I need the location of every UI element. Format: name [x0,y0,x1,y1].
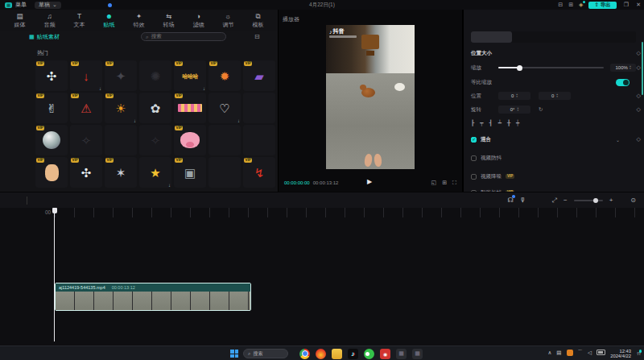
mic-icon[interactable]: 🎙 [520,197,526,204]
sticker-metal-star[interactable]: VIP ✶ [105,157,137,188]
tab-filter[interactable]: ◑ 滤镜 [184,10,213,31]
panel-collapse-icon[interactable]: ⊟ [254,33,260,40]
tray-chevron-icon[interactable]: ∧ [548,350,552,356]
timeline[interactable]: 00 aj1124419-544135.mp4 00:00:13:12 [0,208,644,346]
timeline-ruler[interactable] [55,208,644,217]
sticker-empty[interactable] [208,125,241,155]
taskbar-search-input[interactable]: ⌕ 搜索 [243,349,288,358]
align-center-h-icon[interactable]: ╂ [507,120,510,126]
stepper-icon[interactable]: ▴▾ [517,107,518,112]
rotate-90-icon[interactable]: ↻ [539,106,543,113]
taskbar-red-app-icon[interactable]: ◉ [380,349,390,359]
tab-audio[interactable]: ♫ 音频 [35,10,64,31]
timeline-zoom-slider[interactable] [574,200,603,201]
align-left-icon[interactable]: ┠ [471,120,474,126]
tray-orange-app-icon[interactable] [567,350,573,356]
wifi-icon[interactable]: ⌒ [578,349,584,356]
align-center-v-icon[interactable]: ┿ [516,120,519,126]
stepper-icon[interactable]: ▴▾ [516,93,518,98]
tab-template[interactable]: ⧉ 模板 [243,10,273,31]
timeline-settings-icon[interactable]: ⊙ [630,197,636,204]
voiceover-icon[interactable]: ☊ [507,197,513,204]
panel-layout-icon[interactable]: ⊞ [568,2,573,8]
sticker-category-hot[interactable]: 热门 [37,49,48,57]
zoom-in-icon[interactable]: + [609,197,613,204]
play-button[interactable]: ▶ [367,178,372,185]
denoise-checkbox[interactable] [471,174,477,180]
subtab-mask[interactable] [554,31,595,43]
sticker-dim-1[interactable]: ✧ [70,125,102,155]
sticker-search-input[interactable]: ⌕ 搜索 [141,32,226,41]
sticker-empty[interactable] [208,157,241,188]
tab-text[interactable]: T 文本 [64,10,94,31]
member-icon[interactable]: ◈ [579,2,583,8]
sticker-red-arrow[interactable]: VIP ↓ ↓ [70,60,102,91]
sticker-dark[interactable]: ✺ [139,60,171,91]
taskbar-fire-app-icon[interactable] [316,349,326,359]
subtab-basic[interactable] [471,31,512,43]
taskbar-app-7-icon[interactable]: ▦ [396,349,407,359]
subtab-background[interactable] [595,31,636,43]
collapse-section-icon[interactable]: ⌄ [616,137,620,143]
notification-bell-icon[interactable]: ⍾ [637,350,641,357]
sticker-tv[interactable]: VIP ▣ [174,157,206,188]
taskbar-app-8-icon[interactable]: ▦ [412,349,423,359]
video-canvas[interactable]: ♪ 抖音 [326,25,415,169]
taskbar-chrome-icon[interactable] [299,349,310,359]
sticker-gold-star[interactable]: ★ ↓ [139,157,171,188]
draft-dropdown[interactable]: 草稿 ⌄ [35,2,61,9]
stepper-icon[interactable]: ▴▾ [556,93,558,98]
sticker-empty[interactable] [243,93,275,123]
tray-app-icon[interactable]: ▤ [556,350,561,356]
sticker-dim-2[interactable]: ✧ [139,125,171,155]
sticker-empty[interactable] [243,125,275,155]
sticker-empty[interactable] [105,125,137,155]
battery-icon[interactable] [597,350,605,355]
sticker-heart[interactable]: ♡ ↓ [208,93,241,123]
sticker-purple-banner[interactable]: VIP ▰ [243,60,275,91]
scale-slider[interactable] [498,67,604,68]
split-screen-icon[interactable]: ⊞ [442,180,447,186]
sticker-warning[interactable]: VIP ⚠ [70,93,102,123]
keyframe-icon[interactable]: ◇ [637,50,641,56]
ratio-icon[interactable]: ◱ [431,180,437,186]
align-top-icon[interactable]: ┯ [480,120,483,126]
tab-effects[interactable]: ✦ 特效 [124,10,154,31]
playhead[interactable] [54,208,55,341]
speaker-icon[interactable]: ◁ [588,350,592,356]
tab-sticker[interactable]: ☻ 贴纸 [94,10,124,31]
maximize-button[interactable]: ❐ [624,2,629,8]
stepper-icon[interactable]: ▴▾ [630,65,631,70]
sticker-haha-text[interactable]: VIP 哈哈哈 ↓ [174,60,206,91]
taskbar-files-icon[interactable] [332,349,342,359]
uniform-scale-toggle[interactable] [616,79,630,86]
position-x-field[interactable]: 0 ▴▾ [498,92,530,100]
align-bottom-icon[interactable]: ┷ [498,120,502,126]
taskbar-clock[interactable]: 12:43 2024/4/22 [610,349,631,359]
menu-button[interactable]: 菜单 [15,1,27,9]
video-clip[interactable]: aj1124419-544135.mp4 00:00:13:12 [55,283,251,311]
sticker-sun[interactable]: VIP ☀ ↓ [105,93,137,123]
sticker-moth[interactable]: ✿ [139,93,171,123]
export-button[interactable]: ⇧ 导出 [588,2,616,9]
taskbar-tiktok-icon[interactable]: ♪ [348,349,358,359]
tab-transition[interactable]: ⇆ 转场 [154,10,184,31]
sticker-thumbs-up[interactable]: VIP ✌ [35,93,68,123]
fit-timeline-icon[interactable]: ⤢ [552,197,557,205]
rotate-field[interactable]: 0° ▴▾ [498,106,530,114]
cloud-sync-icon[interactable] [108,3,112,7]
blend-checkbox[interactable] [471,137,477,143]
sticker-explosion[interactable]: VIP ✹ [208,60,241,91]
sticker-butterfly[interactable]: VIP ✣ [70,157,102,188]
subtab-cutout[interactable] [512,31,553,43]
taskbar-green-app-icon[interactable] [364,349,374,359]
scrollbar[interactable] [642,42,643,95]
align-right-icon[interactable]: ┨ [489,120,492,126]
zoom-out-icon[interactable]: − [564,197,568,204]
sticker-nav-active[interactable]: ▦ 贴纸素材 [29,33,60,41]
sticker-sparkle-dim[interactable]: VIP ✦ [105,60,137,91]
position-y-field[interactable]: 0 ▴▾ [539,92,571,100]
timeline-tool-icon[interactable] [27,197,27,205]
sticker-dragonfly[interactable]: VIP ✣ [35,60,68,91]
sticker-lightning[interactable]: VIP ↯ [243,157,275,188]
